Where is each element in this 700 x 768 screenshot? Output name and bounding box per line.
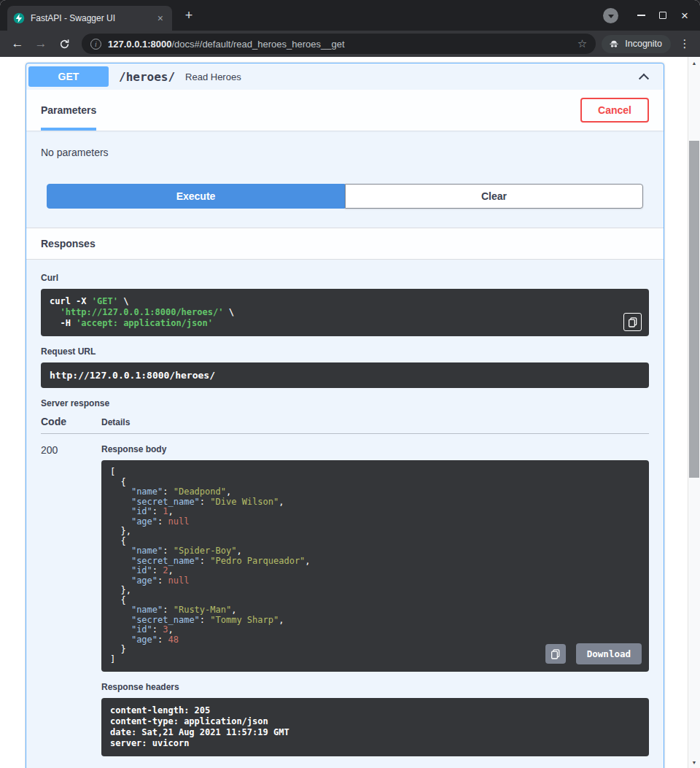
response-body-controls: Download xyxy=(545,643,642,664)
tab-parameters: Parameters xyxy=(41,90,96,131)
response-headers-code: content-length: 205content-type: applica… xyxy=(110,705,640,749)
site-info-icon[interactable]: i xyxy=(90,39,101,50)
curl-code: curl -X 'GET' \ 'http://127.0.0.1:8000/h… xyxy=(50,296,640,329)
browser-toolbar: ← → i 127.0.0.1:8000/docs#/default/read_… xyxy=(0,31,700,57)
new-tab-button[interactable]: + xyxy=(179,6,198,25)
request-url-value: http://127.0.0.1:8000/heroes/ xyxy=(50,370,640,381)
page-content: GET /heroes/ Read Heroes Parameters Canc… xyxy=(0,57,700,768)
copy-response-button[interactable] xyxy=(545,644,566,664)
execute-wrapper: Execute Clear xyxy=(26,174,664,219)
cancel-button[interactable]: Cancel xyxy=(580,98,649,123)
responses-table: Code Details 200 Response body [ { "name… xyxy=(41,416,649,756)
code-column-header: Code xyxy=(41,416,101,427)
url-path: /docs#/default/read_heroes_heroes__get xyxy=(171,39,344,50)
response-headers-label: Response headers xyxy=(101,682,649,692)
browser-menu-button[interactable]: ⋮ xyxy=(675,34,694,54)
response-headers-block: content-length: 205content-type: applica… xyxy=(101,698,649,756)
status-code: 200 xyxy=(41,444,101,756)
browser-tab[interactable]: FastAPI - Swagger UI × xyxy=(7,6,172,31)
incognito-badge: Incognito xyxy=(602,35,671,53)
no-parameters-text: No parameters xyxy=(26,131,664,174)
scrollbar-thumb[interactable] xyxy=(689,141,699,478)
request-url-label: Request URL xyxy=(41,346,649,357)
close-icon: × xyxy=(681,9,688,22)
response-body-block: [ { "name": "Deadpond", "secret_name": "… xyxy=(101,460,649,672)
opblock-summary[interactable]: GET /heroes/ Read Heroes xyxy=(26,63,664,90)
browser-window: FastAPI - Swagger UI × + × ← → i 127.0.0… xyxy=(0,0,700,768)
address-bar[interactable]: i 127.0.0.1:8000/docs#/default/read_hero… xyxy=(82,34,596,54)
tab-close-icon[interactable]: × xyxy=(155,12,166,25)
window-maximize-button[interactable] xyxy=(652,4,674,26)
window-close-button[interactable]: × xyxy=(674,4,696,26)
copy-icon xyxy=(551,649,560,659)
response-row-200: 200 Response body [ { "name": "Deadpond"… xyxy=(41,434,649,756)
responses-wrapper: Responses Curl curl -X 'GET' \ 'http://1… xyxy=(26,228,664,768)
window-minimize-button[interactable] xyxy=(630,4,652,26)
curl-label: Curl xyxy=(41,273,649,283)
server-response-label: Server response xyxy=(41,398,649,408)
response-body-code: [ { "name": "Deadpond", "secret_name": "… xyxy=(110,468,640,664)
bookmark-star-icon[interactable]: ☆ xyxy=(576,37,588,50)
chevron-down-icon xyxy=(608,15,614,18)
opblock-get-heroes: GET /heroes/ Read Heroes Parameters Canc… xyxy=(26,63,664,768)
fastapi-favicon-icon xyxy=(13,12,25,24)
details-column-header: Details xyxy=(101,417,130,427)
responses-inner: Curl curl -X 'GET' \ 'http://127.0.0.1:8… xyxy=(26,260,664,768)
incognito-label: Incognito xyxy=(625,39,662,49)
tab-search-button[interactable] xyxy=(603,8,618,23)
minimize-icon xyxy=(637,15,645,16)
clear-button[interactable]: Clear xyxy=(345,184,643,209)
responses-table-header: Code Details xyxy=(41,416,649,434)
tab-strip: FastAPI - Swagger UI × + × xyxy=(0,0,700,31)
request-url-block: http://127.0.0.1:8000/heroes/ xyxy=(41,362,649,388)
curl-block: curl -X 'GET' \ 'http://127.0.0.1:8000/h… xyxy=(41,289,649,336)
refresh-button[interactable] xyxy=(54,34,74,54)
response-details: Response body [ { "name": "Deadpond", "s… xyxy=(101,444,649,756)
method-badge: GET xyxy=(28,66,109,87)
swagger-page: GET /heroes/ Read Heroes Parameters Canc… xyxy=(0,57,688,768)
response-body-label: Response body xyxy=(101,444,649,454)
copy-curl-button[interactable] xyxy=(623,313,642,331)
execute-button[interactable]: Execute xyxy=(47,184,345,209)
responses-title: Responses xyxy=(26,228,664,260)
parameters-header: Parameters Cancel xyxy=(26,90,664,131)
page-scrollbar[interactable]: ▲ ▼ xyxy=(688,57,700,768)
download-button[interactable]: Download xyxy=(576,643,642,664)
refresh-icon xyxy=(59,39,70,50)
incognito-icon xyxy=(608,38,620,50)
forward-button[interactable]: → xyxy=(31,34,51,54)
copy-icon xyxy=(629,317,637,327)
scroll-down-arrow-icon[interactable]: ▼ xyxy=(688,756,700,768)
url-host: 127.0.0.1:8000 xyxy=(108,39,171,50)
tab-title: FastAPI - Swagger UI xyxy=(31,13,149,23)
endpoint-summary: Read Heroes xyxy=(185,71,241,82)
back-button[interactable]: ← xyxy=(7,34,28,54)
maximize-icon xyxy=(659,12,666,19)
endpoint-path: /heroes/ xyxy=(119,70,175,84)
collapse-chevron-icon[interactable] xyxy=(639,74,649,84)
scroll-up-arrow-icon[interactable]: ▲ xyxy=(688,57,700,69)
url-text: 127.0.0.1:8000/docs#/default/read_heroes… xyxy=(108,39,345,50)
